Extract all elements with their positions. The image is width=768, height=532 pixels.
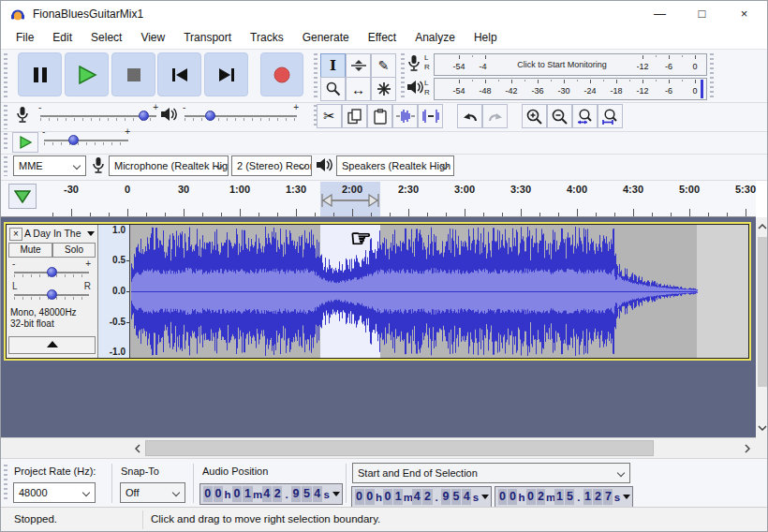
menu-generate[interactable]: Generate <box>293 27 359 49</box>
time-digit[interactable]: . <box>283 489 291 500</box>
time-digit[interactable]: 4 <box>313 486 322 502</box>
time-digit[interactable]: s <box>323 489 332 500</box>
menu-view[interactable]: View <box>131 27 174 49</box>
time-digit[interactable]: m <box>404 492 412 503</box>
time-digit[interactable]: 9 <box>291 486 301 502</box>
maximize-button[interactable]: □ <box>681 1 723 27</box>
time-digit[interactable]: 2 <box>422 489 432 505</box>
scroll-up-button[interactable] <box>756 220 768 233</box>
time-digit[interactable]: 0 <box>232 486 242 502</box>
skip-to-start-button[interactable] <box>157 52 201 96</box>
project-rate-select[interactable]: 48000 <box>13 482 96 503</box>
time-digit[interactable]: 2 <box>273 486 282 502</box>
time-digit[interactable]: 9 <box>441 489 450 505</box>
time-digit[interactable]: 2 <box>593 489 602 505</box>
playback-volume-slider[interactable]: - + <box>185 106 297 126</box>
selection-start-field[interactable]: 00h01m42.954s <box>351 486 492 508</box>
time-digit[interactable]: 1 <box>393 489 403 505</box>
time-digit[interactable]: 0 <box>498 489 508 505</box>
recording-device-select[interactable]: Microphone (Realtek High <box>109 155 229 176</box>
play-at-speed-button[interactable] <box>12 132 38 153</box>
time-digit[interactable]: 2 <box>537 489 546 505</box>
time-digit[interactable]: 4 <box>262 486 272 502</box>
waveform-display[interactable] <box>130 225 748 358</box>
track-name-dropdown[interactable]: A Day In The <box>24 228 95 241</box>
horizontal-scrollbar[interactable] <box>1 437 756 458</box>
track-pan-slider[interactable]: L R <box>14 285 89 305</box>
time-digit[interactable]: 5 <box>302 486 311 502</box>
skip-to-end-button[interactable] <box>204 52 248 96</box>
vertical-scroll-thumb[interactable] <box>758 237 767 387</box>
recording-channels-select[interactable]: 2 (Stereo) Recor <box>231 155 312 176</box>
zoom-in-button[interactable] <box>522 104 547 128</box>
time-digit[interactable]: 4 <box>462 489 471 505</box>
trim-audio-button[interactable] <box>392 104 418 128</box>
time-digit[interactable]: 0 <box>355 489 364 505</box>
time-digit[interactable]: 0 <box>383 489 392 505</box>
transport-toolbar-grip[interactable] <box>4 53 7 98</box>
transcription-toolbar-grip[interactable] <box>4 133 7 152</box>
scroll-down-button[interactable] <box>756 421 768 435</box>
audio-host-select[interactable]: MME <box>13 155 86 176</box>
mixer-toolbar-grip[interactable] <box>4 105 7 129</box>
track-vertical-ruler[interactable]: 1.00.50.0-0.5-1.0 <box>98 225 130 358</box>
time-digit[interactable]: s <box>613 492 621 503</box>
fit-project-button[interactable] <box>598 104 623 128</box>
recording-volume-slider[interactable]: - + <box>40 106 156 126</box>
time-digit[interactable]: s <box>472 492 480 503</box>
time-digit[interactable]: h <box>375 492 382 503</box>
tools-toolbar-grip[interactable] <box>314 53 318 98</box>
time-digit[interactable]: 5 <box>565 489 574 505</box>
time-digit[interactable]: 0 <box>203 486 213 502</box>
record-button[interactable] <box>260 52 303 96</box>
selection-mode-select[interactable]: Start and End of Selection <box>352 463 630 483</box>
pinned-play-head-button[interactable] <box>8 184 37 209</box>
time-digit[interactable]: . <box>575 492 583 503</box>
mute-button[interactable]: Mute <box>8 243 52 258</box>
selection-end-field[interactable]: 00h02m15.127s <box>495 486 633 508</box>
chevron-down-icon[interactable] <box>481 495 489 499</box>
menu-analyze[interactable]: Analyze <box>406 27 465 49</box>
playback-device-select[interactable]: Speakers (Realtek High Def <box>336 155 454 176</box>
time-digit[interactable]: h <box>518 492 525 503</box>
timeline-ruler[interactable]: -300301:001:302:002:303:003:304:004:305:… <box>1 181 756 217</box>
time-digit[interactable]: 0 <box>365 489 375 505</box>
draw-tool-button[interactable]: ✎ <box>371 53 396 78</box>
time-digit[interactable]: 1 <box>243 486 252 502</box>
audio-position-field[interactable]: 00h01m42.954s <box>199 483 343 505</box>
time-digit[interactable]: 1 <box>554 489 564 505</box>
track-gain-thumb[interactable] <box>47 267 57 277</box>
time-digit[interactable]: m <box>253 489 261 500</box>
time-shift-tool-button[interactable]: ↔ <box>346 77 371 101</box>
selection-tool-button[interactable]: I <box>320 53 346 78</box>
chevron-down-icon[interactable] <box>332 492 340 496</box>
play-button[interactable] <box>65 52 109 96</box>
track-control-panel[interactable]: × A Day In The Mute Solo - + L R <box>7 225 98 358</box>
snap-to-select[interactable]: Off <box>120 482 185 503</box>
time-digit[interactable]: 5 <box>451 489 461 505</box>
time-digit[interactable]: m <box>546 492 554 503</box>
stop-button[interactable] <box>111 52 155 96</box>
menu-edit[interactable]: Edit <box>43 27 81 49</box>
menu-file[interactable]: File <box>7 27 43 49</box>
time-digit[interactable]: 1 <box>583 489 593 505</box>
multi-tool-button[interactable] <box>371 77 396 101</box>
meter-toolbar-grip[interactable] <box>401 53 405 98</box>
chevron-down-icon[interactable] <box>623 495 630 499</box>
paste-button[interactable] <box>367 104 392 128</box>
meter-toolbar-end-grip[interactable] <box>710 53 714 98</box>
scroll-right-button[interactable] <box>739 438 756 458</box>
time-digit[interactable]: . <box>433 492 440 503</box>
selection-toolbar-grip[interactable] <box>4 465 7 502</box>
menu-help[interactable]: Help <box>465 27 507 49</box>
time-digit[interactable]: h <box>224 489 232 500</box>
minimize-button[interactable]: — <box>639 1 681 27</box>
envelope-tool-button[interactable] <box>346 53 371 78</box>
time-digit[interactable]: 7 <box>603 489 613 505</box>
time-digit[interactable]: 0 <box>214 486 223 502</box>
time-digit[interactable]: 0 <box>526 489 536 505</box>
waveform-canvas[interactable] <box>130 225 748 358</box>
horizontal-scroll-thumb[interactable] <box>145 440 654 456</box>
redo-button[interactable] <box>482 104 508 128</box>
device-toolbar-grip[interactable] <box>4 156 7 176</box>
